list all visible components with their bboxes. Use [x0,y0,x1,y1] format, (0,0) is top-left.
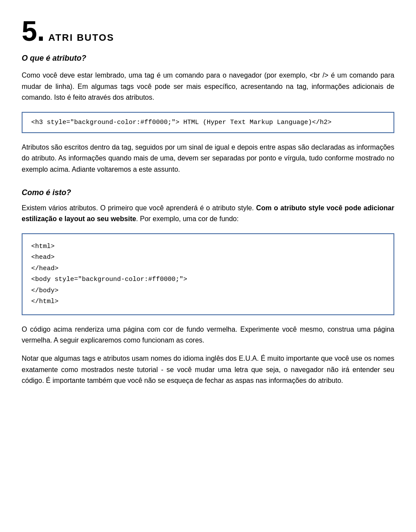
code-block-2: <html> <head> </head> <body style="backg… [22,233,394,315]
question-2: Como é isto? [22,188,394,197]
code-text-1: <h3 style="background-color:#ff0000;"> H… [31,119,332,126]
paragraph-1: Como você deve estar lembrado, uma tag é… [22,70,394,103]
paragraph-2: Atributos são escritos dentro da tag, se… [22,142,394,175]
code-line-6: </html> [31,296,385,307]
chapter-title: ATRI BUTOS [48,32,114,43]
para4-end: . Por exemplo, uma cor de fundo: [136,215,239,222]
page-container: 5. ATRI BUTOS O que é atributo? Como voc… [22,17,394,386]
para3-text: Existem vários atributos. O primeiro que… [22,204,254,212]
paragraph-3: Existem vários atributos. O primeiro que… [22,202,394,225]
chapter-header: 5. ATRI BUTOS [22,17,394,45]
code-line-4: <body style="background-color:#ff0000;"> [31,274,385,285]
paragraph-5: O código acima renderiza uma página com … [22,324,394,346]
code-line-1: <html> [31,241,385,252]
chapter-number: 5. [22,17,45,45]
code-block-1: <h3 style="background-color:#ff0000;"> H… [22,112,394,133]
code-line-5: </body> [31,285,385,297]
question-1: O que é atributo? [22,54,394,63]
code-line-3: </head> [31,263,385,274]
paragraph-6: Notar que algumas tags e atributos usam … [22,353,394,386]
code-line-2: <head> [31,252,385,263]
